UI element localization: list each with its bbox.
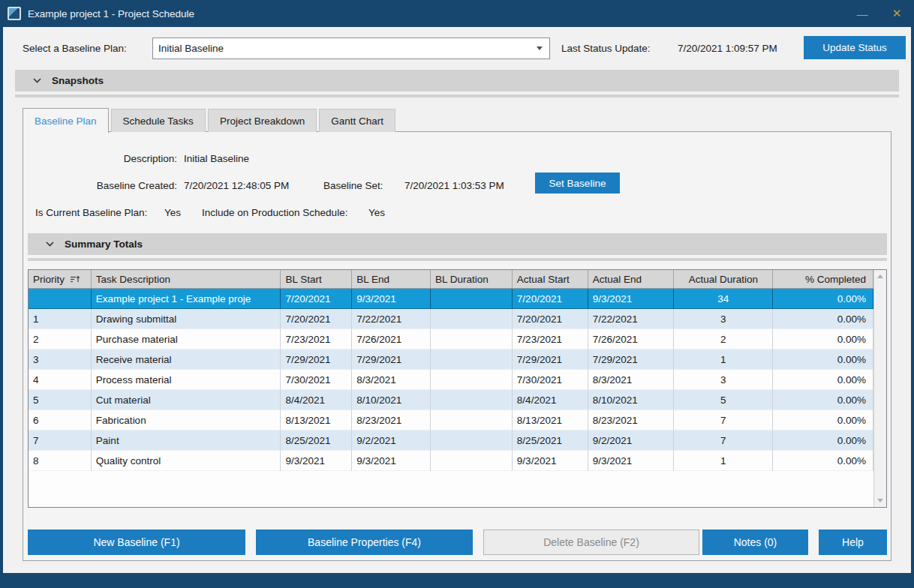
window-title: Example project 1 - Project Schedule (28, 8, 194, 20)
cell-bl-duration (431, 289, 513, 309)
cell-actual-duration: 1 (674, 451, 773, 471)
table-row[interactable]: 2Purchase material7/23/20217/26/20217/23… (29, 329, 873, 350)
column-header-bl-end[interactable]: BL End (352, 270, 431, 288)
cell-bl-start: 8/4/2021 (281, 390, 352, 410)
titlebar[interactable]: Example project 1 - Project Schedule — ✕ (0, 0, 914, 27)
cell-actual-duration: 2 (674, 329, 773, 350)
cell-actual-start: 8/25/2021 (513, 430, 588, 451)
cell-bl-duration (431, 350, 513, 370)
cell-actual-end: 7/29/2021 (588, 350, 675, 370)
cell-task-description: Drawing submittal (92, 309, 281, 329)
new-baseline-f1-button[interactable]: New Baseline (F1) (28, 530, 245, 555)
tab-project-breakdown[interactable]: Project Breakdown (208, 109, 317, 132)
table-row[interactable]: 8Quality control9/3/20219/3/20219/3/2021… (29, 451, 873, 471)
cell-actual-duration: 5 (674, 390, 773, 410)
cell-actual-end: 7/22/2021 (588, 309, 675, 329)
cell-actual-end: 9/2/2021 (588, 430, 675, 451)
update-status-button[interactable]: Update Status (804, 36, 906, 59)
cell-bl-end: 8/3/2021 (352, 370, 431, 390)
cell-bl-start: 8/25/2021 (281, 430, 352, 451)
cell-priority: 7 (29, 430, 92, 451)
scroll-down-icon[interactable] (874, 494, 886, 507)
table-row[interactable]: 4Process material7/30/20218/3/20217/30/2… (29, 370, 873, 390)
column-header-bl-duration[interactable]: BL Duration (431, 270, 513, 288)
column-header-actual-duration[interactable]: Actual Duration (674, 270, 773, 288)
cell-priority (29, 289, 92, 309)
table-row[interactable]: 3Receive material7/29/20217/29/20217/29/… (29, 350, 873, 370)
column-header-actual-start[interactable]: Actual Start (513, 270, 588, 288)
tab-strip: Baseline PlanSchedule TasksProject Break… (23, 108, 395, 132)
cell-task-description: Process material (92, 370, 281, 390)
cell-task-description: Quality control (92, 451, 281, 471)
baseline-plan-select[interactable]: Initial Baseline (152, 38, 550, 59)
tab-schedule-tasks[interactable]: Schedule Tasks (111, 109, 206, 132)
cell-bl-end: 9/3/2021 (352, 451, 431, 471)
cell-bl-end: 9/2/2021 (352, 430, 431, 451)
description-value: Initial Baseline (184, 153, 249, 164)
minimize-button[interactable]: — (845, 0, 879, 27)
column-header-task-description[interactable]: Task Description (92, 270, 281, 288)
help-button[interactable]: Help (819, 530, 887, 555)
column-header-actual-end[interactable]: Actual End (588, 270, 675, 288)
cell-bl-end: 8/10/2021 (352, 390, 431, 410)
baseline-properties-f4-button[interactable]: Baseline Properties (F4) (256, 530, 473, 555)
cell-bl-start: 9/3/2021 (281, 451, 352, 471)
column-header-priority[interactable]: Priority (29, 270, 92, 288)
table-row[interactable]: Example project 1 - Example proje7/20/20… (29, 289, 873, 309)
cell-bl-duration (431, 309, 513, 329)
cell-actual-end: 8/3/2021 (588, 370, 675, 390)
cell-completed: 0.00% (773, 350, 873, 370)
table-row[interactable]: 1Drawing submittal7/20/20217/22/20217/20… (29, 309, 873, 329)
cell-completed: 0.00% (773, 410, 873, 430)
cell-bl-start: 7/20/2021 (281, 309, 352, 329)
last-status-label: Last Status Update: (561, 43, 651, 54)
column-header-bl-start[interactable]: BL Start (281, 270, 352, 288)
close-button[interactable]: ✕ (879, 0, 914, 27)
vertical-scrollbar[interactable] (873, 270, 886, 507)
column-header-completed[interactable]: % Completed (773, 270, 873, 288)
snapshots-title: Snapshots (52, 75, 104, 86)
table-body: Example project 1 - Example proje7/20/20… (29, 289, 873, 471)
description-label: Description: (23, 153, 177, 164)
cell-actual-duration: 3 (674, 370, 773, 390)
cell-task-description: Receive material (92, 350, 281, 370)
baseline-created-value: 7/20/2021 12:48:05 PM (184, 180, 289, 191)
table-row[interactable]: 6Fabrication8/13/20218/23/20218/13/20218… (29, 410, 873, 430)
chevron-down-icon (33, 78, 41, 83)
cell-bl-start: 7/23/2021 (281, 329, 352, 350)
cell-actual-start: 7/20/2021 (513, 289, 588, 309)
cell-priority: 1 (29, 309, 92, 329)
snapshots-divider (15, 94, 899, 98)
cell-bl-start: 8/13/2021 (281, 410, 352, 430)
baseline-plan-value: Initial Baseline (153, 43, 224, 54)
summary-totals-section-header[interactable]: Summary Totals (28, 233, 887, 255)
scroll-up-icon[interactable] (874, 270, 886, 283)
summary-totals-title: Summary Totals (65, 238, 143, 250)
baseline-set-value: 7/20/2021 1:03:53 PM (404, 180, 504, 191)
summary-table: PriorityTask DescriptionBL StartBL EndBL… (28, 269, 887, 508)
baseline-plan-label: Select a Baseline Plan: (23, 43, 127, 54)
cell-priority: 2 (29, 329, 92, 350)
cell-bl-start: 7/30/2021 (281, 370, 352, 390)
table-row[interactable]: 5Cut material8/4/20218/10/20218/4/20218/… (29, 390, 873, 410)
cell-actual-start: 9/3/2021 (513, 451, 588, 471)
cell-actual-start: 7/29/2021 (513, 350, 588, 370)
cell-bl-end: 9/3/2021 (352, 289, 431, 309)
cell-actual-end: 9/3/2021 (588, 451, 675, 471)
cell-completed: 0.00% (773, 289, 873, 309)
table-row[interactable]: 7Paint8/25/20219/2/20218/25/20219/2/2021… (29, 430, 873, 451)
tab-baseline-plan[interactable]: Baseline Plan (23, 108, 109, 133)
window-border-bottom (0, 573, 914, 588)
cell-completed: 0.00% (773, 309, 873, 329)
set-baseline-button[interactable]: Set Baseline (535, 172, 620, 194)
tab-gantt-chart[interactable]: Gantt Chart (319, 109, 395, 132)
baseline-plan-panel: Description: Initial Baseline Baseline C… (23, 131, 891, 561)
cell-priority: 8 (29, 451, 92, 471)
snapshots-section-header[interactable]: Snapshots (15, 70, 899, 92)
notes-0-button[interactable]: Notes (0) (702, 530, 808, 555)
cell-actual-end: 9/3/2021 (588, 289, 675, 309)
cell-actual-start: 7/30/2021 (513, 370, 588, 390)
cell-task-description: Fabrication (92, 410, 281, 430)
sort-icon (71, 274, 80, 285)
cell-bl-duration (431, 451, 513, 471)
